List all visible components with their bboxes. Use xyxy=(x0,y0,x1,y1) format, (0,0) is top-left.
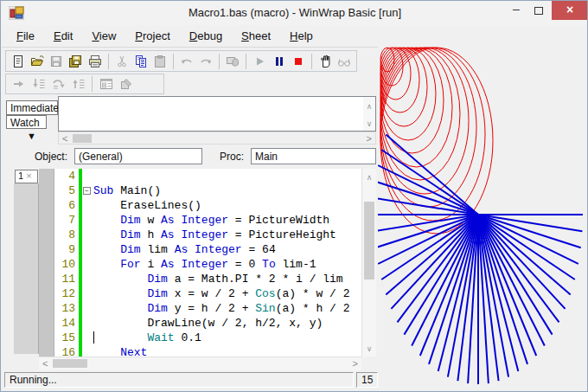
continue-arrow-icon xyxy=(11,76,27,92)
code-text: Dim a = Math.PI * 2 * i / lim xyxy=(93,272,343,286)
app-window: Macro1.bas (macro) - WinWrap Basic [run]… xyxy=(0,0,588,392)
code-line[interactable]: 7 Dim w As Integer = PictureWidth xyxy=(54,213,361,228)
scroll-down-icon[interactable]: ∨ xyxy=(362,344,376,353)
immediate-panel: Immediate Watch ▼ ∧ ∨ < > xyxy=(2,96,377,146)
status-bar: Running... 15 xyxy=(2,371,377,389)
scrollbar-thumb[interactable] xyxy=(364,202,374,280)
menu-project[interactable]: Project xyxy=(125,25,179,47)
cut-button[interactable] xyxy=(112,52,131,70)
line-number: 11 xyxy=(54,272,75,286)
scroll-down-icon[interactable]: ∨ xyxy=(363,119,375,128)
code-line[interactable]: 11 Dim a = Math.PI * 2 * i / lim xyxy=(54,272,361,286)
undo-icon xyxy=(179,54,195,69)
menu-edit[interactable]: Edit xyxy=(44,25,82,47)
pan-hand-icon xyxy=(317,54,333,69)
save-button[interactable] xyxy=(47,52,66,70)
code-viewport[interactable]: 45−Sub Main()6 EraseLines()7 Dim w As In… xyxy=(54,169,361,357)
code-text: Dim w As Integer = PictureWidth xyxy=(93,213,329,228)
macro-tab[interactable]: 1× xyxy=(15,170,38,183)
menu-view[interactable]: View xyxy=(82,25,125,47)
step-out-button[interactable] xyxy=(68,75,88,93)
scroll-right-icon[interactable]: > xyxy=(353,358,358,369)
undo-button[interactable] xyxy=(177,52,196,70)
scroll-left-icon[interactable]: < xyxy=(42,358,48,369)
proc-dropdown[interactable]: Main ∨ xyxy=(251,148,376,164)
save-all-icon xyxy=(67,54,83,69)
step-over-icon xyxy=(51,76,67,92)
watch-glasses-icon xyxy=(336,54,352,69)
step-over-button[interactable] xyxy=(48,75,68,93)
save-all-button[interactable] xyxy=(66,52,85,70)
code-line[interactable]: 8 Dim h As Integer = PictureHeight xyxy=(54,228,361,242)
tab-close-icon[interactable]: × xyxy=(26,170,31,181)
code-text: Dim x = w / 2 + Cos(a) * w / 2 xyxy=(93,286,349,301)
scroll-up-icon[interactable]: ∧ xyxy=(362,173,376,182)
paste-button[interactable] xyxy=(150,52,169,70)
menu-bar: FileEditViewProjectDebugSheetHelp xyxy=(2,25,588,48)
selection-margin[interactable] xyxy=(39,169,54,357)
code-line[interactable]: 5−Sub Main() xyxy=(54,183,361,198)
editor-vscrollbar[interactable]: ∧ ∨ xyxy=(361,169,376,357)
copy-button[interactable] xyxy=(131,52,150,70)
tab-strip xyxy=(14,183,39,354)
tab-watch[interactable]: Watch xyxy=(6,115,47,129)
step-into-button[interactable] xyxy=(29,75,48,93)
close-button[interactable]: × xyxy=(552,1,588,20)
open-folder-icon xyxy=(29,54,45,69)
scrollbar-thumb[interactable] xyxy=(73,134,92,143)
line-number: 6 xyxy=(54,198,75,213)
immediate-hscrollbar[interactable]: < > xyxy=(58,132,376,145)
menu-file[interactable]: File xyxy=(7,25,44,47)
continue-arrow-button[interactable] xyxy=(9,75,29,93)
new-document-icon xyxy=(10,54,26,69)
redo-button[interactable] xyxy=(196,52,215,70)
menu-help[interactable]: Help xyxy=(280,25,323,47)
fold-collapse-icon[interactable]: − xyxy=(83,187,91,195)
editor-hscrollbar[interactable]: < > xyxy=(39,357,361,370)
proc-label: Proc: xyxy=(220,151,244,163)
scroll-up-icon[interactable]: ∧ xyxy=(363,102,375,111)
code-line[interactable]: 9 Dim lim As Integer = 64 xyxy=(54,242,361,257)
code-line[interactable]: 13 Dim y = h / 2 + Sin(a) * h / 2 xyxy=(54,301,361,316)
pause-icon xyxy=(272,54,287,69)
step-into-icon xyxy=(31,76,47,92)
save-icon xyxy=(48,54,64,69)
stop-button[interactable] xyxy=(289,52,308,70)
code-line[interactable]: 6 EraseLines() xyxy=(54,198,361,213)
debug-toolbar xyxy=(5,74,164,94)
code-line[interactable]: 14 DrawLine(w / 2, h/2, x, y) xyxy=(54,316,361,331)
immediate-input[interactable]: ∧ ∨ xyxy=(58,96,376,132)
watch-glasses-button[interactable] xyxy=(335,52,354,70)
maximize-button[interactable] xyxy=(527,1,550,20)
open-folder-button[interactable] xyxy=(28,52,47,70)
immediate-vscrollbar[interactable]: ∧ ∨ xyxy=(363,97,375,131)
new-document-button[interactable] xyxy=(9,52,28,70)
code-line[interactable]: 16 Next xyxy=(54,345,361,357)
code-line[interactable]: 15 Wait 0.1 xyxy=(54,331,361,345)
panel-expand-icon[interactable]: ▼ xyxy=(27,131,36,141)
userdialog-edit-button[interactable] xyxy=(116,75,136,93)
code-line[interactable]: 4 xyxy=(54,169,361,183)
toolbar-separator xyxy=(108,54,109,69)
menu-debug[interactable]: Debug xyxy=(180,25,232,47)
scroll-right-icon[interactable]: > xyxy=(367,133,372,144)
run-button[interactable] xyxy=(250,52,269,70)
tab-immediate[interactable]: Immediate xyxy=(6,100,58,115)
menu-sheet[interactable]: Sheet xyxy=(232,25,280,47)
print-button[interactable] xyxy=(86,52,105,70)
code-line[interactable]: 10 For i As Integer = 0 To lim-1 xyxy=(54,257,361,272)
macro-dialog-button[interactable] xyxy=(223,52,242,70)
object-dropdown[interactable]: (General) ∨ xyxy=(74,148,202,164)
pan-hand-button[interactable] xyxy=(316,52,335,70)
toolbar-separator xyxy=(92,76,93,92)
code-text: Dim h As Integer = PictureHeight xyxy=(93,228,336,242)
dialog-editor-button[interactable] xyxy=(96,75,116,93)
object-label: Object: xyxy=(35,151,67,163)
scrollbar-thumb[interactable] xyxy=(53,359,87,368)
status-message: Running... xyxy=(4,372,354,388)
code-line[interactable]: 12 Dim x = w / 2 + Cos(a) * w / 2 xyxy=(54,286,361,301)
pause-button[interactable] xyxy=(270,52,289,70)
code-text: Dim y = h / 2 + Sin(a) * h / 2 xyxy=(93,301,349,316)
scroll-left-icon[interactable]: < xyxy=(62,133,67,144)
minimize-button[interactable]: – xyxy=(505,1,527,20)
